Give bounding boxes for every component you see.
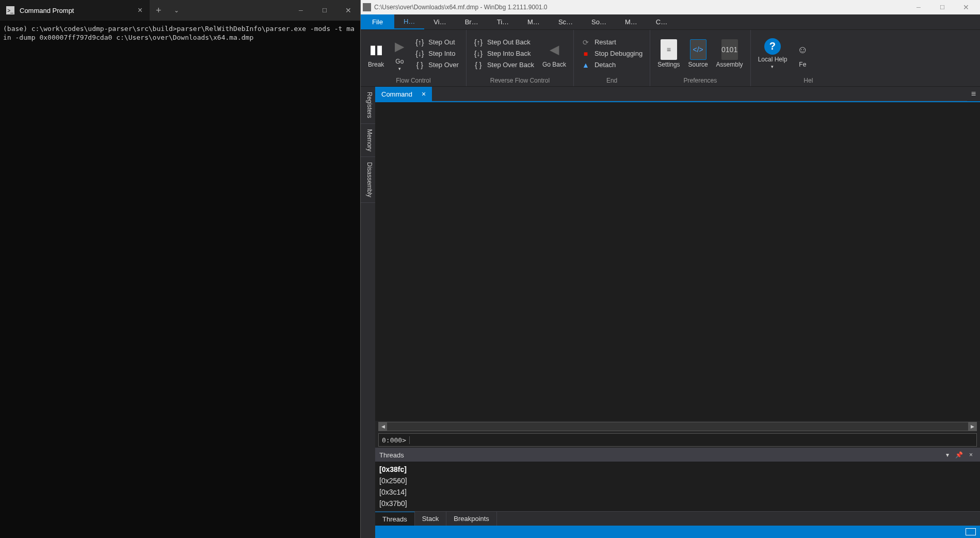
play-icon: ▶ xyxy=(395,36,404,57)
tab-timelines[interactable]: Ti… xyxy=(488,14,518,29)
dropdown-icon[interactable]: ▾ xyxy=(943,451,952,458)
ribbon-group-help: ? Local Help ▾ ☺ Fe Hel xyxy=(751,30,817,86)
close-icon[interactable]: × xyxy=(136,6,144,15)
source-button[interactable]: </> Source xyxy=(685,37,711,70)
go-back-button[interactable]: ◀ Go Back xyxy=(539,37,569,70)
side-tabs: Registers Memory Disassembly xyxy=(361,87,375,538)
tab-home[interactable]: H… xyxy=(394,14,424,29)
cmd-output[interactable]: (base) c:\work\codes\udmp-parser\src\bui… xyxy=(0,21,360,538)
step-into-icon: {↓} xyxy=(415,50,424,58)
tab-command[interactable]: C… xyxy=(647,14,677,29)
windbg-title: C:\Users\over\Downloads\x64.mf.dmp - Win… xyxy=(374,4,907,11)
command-input-row: 0:000> xyxy=(378,433,977,447)
command-input[interactable] xyxy=(410,434,976,446)
center-area: Command × ≡ ◀ ▶ 0:000> xyxy=(375,87,980,538)
scroll-left-icon[interactable]: ◀ xyxy=(379,422,387,431)
local-help-button[interactable]: ? Local Help ▾ xyxy=(755,36,791,71)
command-tab[interactable]: Command × xyxy=(375,87,432,101)
windbg-window: C:\Users\over\Downloads\x64.mf.dmp - Win… xyxy=(360,0,980,538)
tab-source[interactable]: So… xyxy=(582,14,616,29)
command-prompt-label: 0:000> xyxy=(379,436,410,444)
command-output[interactable] xyxy=(375,101,980,421)
feedback-icon: ☺ xyxy=(797,39,808,60)
ribbon-group-preferences: ≡ Settings </> Source 0101 Assembly Pref… xyxy=(650,30,750,86)
tab-file[interactable]: File xyxy=(361,14,394,29)
tab-breakpoints[interactable]: Br… xyxy=(456,14,488,29)
thread-item[interactable]: [0x37b0] xyxy=(379,498,976,509)
step-over-back-icon: { } xyxy=(474,61,483,69)
tab-model[interactable]: M… xyxy=(518,14,549,29)
step-out-back-button[interactable]: {↑}Step Out Back xyxy=(471,37,537,48)
status-indicator[interactable] xyxy=(966,528,976,535)
windbg-main: Registers Memory Disassembly Command × ≡… xyxy=(361,87,980,538)
tab-dropdown-button[interactable]: ⌄ xyxy=(168,7,185,14)
step-out-back-icon: {↑} xyxy=(474,38,483,46)
command-tabbar: Command × ≡ xyxy=(375,87,980,101)
chevron-down-icon: ▾ xyxy=(771,64,774,69)
minimize-button[interactable]: ─ xyxy=(907,0,930,14)
tab-stack[interactable]: Stack xyxy=(415,512,447,526)
close-button[interactable]: ✕ xyxy=(954,0,978,14)
scroll-right-icon[interactable]: ▶ xyxy=(968,422,976,431)
step-into-back-button[interactable]: {↓}Step Into Back xyxy=(471,49,537,59)
close-icon[interactable]: × xyxy=(422,90,426,98)
side-tab-memory[interactable]: Memory xyxy=(361,124,375,157)
ribbon-content: ▮▮ Break ▶ Go ▾ {↑}Step Out {↓}Step Into… xyxy=(361,30,980,87)
cmd-tab[interactable]: >_ Command Prompt × xyxy=(0,0,150,21)
assembly-icon: 0101 xyxy=(721,39,738,60)
side-tab-registers[interactable]: Registers xyxy=(361,87,375,124)
group-label: Reverse Flow Control xyxy=(471,75,569,86)
break-button[interactable]: ▮▮ Break xyxy=(365,37,387,70)
threads-header: Threads ▾ 📌 × xyxy=(375,448,980,462)
threads-panel: Threads ▾ 📌 × [0x38fc] [0x2560] [0x3c14]… xyxy=(375,448,980,526)
restart-button[interactable]: ⟳Restart xyxy=(578,37,646,48)
terminal-icon: >_ xyxy=(6,6,14,14)
panel-menu-button[interactable]: ≡ xyxy=(967,87,980,101)
assembly-button[interactable]: 0101 Assembly xyxy=(713,37,746,70)
step-into-back-icon: {↓} xyxy=(474,50,483,58)
tab-threads[interactable]: Threads xyxy=(375,512,415,526)
cmd-tab-title: Command Prompt xyxy=(20,7,131,14)
group-label: Preferences xyxy=(654,75,746,86)
close-icon[interactable]: × xyxy=(966,451,976,458)
tab-breakpoints[interactable]: Breakpoints xyxy=(446,512,497,526)
go-button[interactable]: ▶ Go ▾ xyxy=(389,34,410,73)
step-over-icon: { } xyxy=(415,61,424,69)
stop-debugging-button[interactable]: ■Stop Debugging xyxy=(578,49,646,59)
command-prompt-window: >_ Command Prompt × + ⌄ ─ ☐ ✕ (base) c:\… xyxy=(0,0,360,538)
detach-button[interactable]: ▲Detach xyxy=(578,60,646,70)
minimize-button[interactable]: ─ xyxy=(289,0,313,21)
threads-list: [0x38fc] [0x2560] [0x3c14] [0x37b0] xyxy=(375,462,980,511)
tab-scripting[interactable]: Sc… xyxy=(549,14,582,29)
cmd-titlebar: >_ Command Prompt × + ⌄ ─ ☐ ✕ xyxy=(0,0,360,21)
new-tab-button[interactable]: + xyxy=(150,5,168,16)
ribbon-group-reverse-flow: {↑}Step Out Back {↓}Step Into Back { }St… xyxy=(467,30,574,86)
thread-item[interactable]: [0x3c14] xyxy=(379,486,976,498)
help-icon: ? xyxy=(764,38,781,55)
group-label: End xyxy=(578,75,646,86)
ribbon-group-end: ⟳Restart ■Stop Debugging ▲Detach End xyxy=(574,30,650,86)
settings-button[interactable]: ≡ Settings xyxy=(654,37,683,70)
step-over-button[interactable]: { }Step Over xyxy=(412,60,462,70)
thread-item[interactable]: [0x38fc] xyxy=(379,464,976,475)
feedback-button[interactable]: ☺ Fe xyxy=(792,37,813,70)
bottom-tabs: Threads Stack Breakpoints xyxy=(375,511,980,526)
step-into-button[interactable]: {↓}Step Into xyxy=(412,49,462,59)
detach-icon: ▲ xyxy=(581,61,590,69)
step-out-button[interactable]: {↑}Step Out xyxy=(412,37,462,48)
maximize-button[interactable]: ☐ xyxy=(930,0,954,14)
play-reverse-icon: ◀ xyxy=(550,39,559,60)
settings-icon: ≡ xyxy=(661,39,677,60)
pin-icon[interactable]: 📌 xyxy=(952,451,966,458)
step-over-back-button[interactable]: { }Step Over Back xyxy=(471,60,537,70)
tab-memory[interactable]: M… xyxy=(616,14,647,29)
close-button[interactable]: ✕ xyxy=(336,0,360,21)
side-tab-disassembly[interactable]: Disassembly xyxy=(361,157,375,203)
tab-view[interactable]: Vi… xyxy=(424,14,455,29)
group-label: Hel xyxy=(755,75,813,86)
windbg-app-icon xyxy=(363,3,371,11)
ribbon-group-flow-control: ▮▮ Break ▶ Go ▾ {↑}Step Out {↓}Step Into… xyxy=(361,30,467,86)
thread-item[interactable]: [0x2560] xyxy=(379,475,976,486)
maximize-button[interactable]: ☐ xyxy=(313,0,336,21)
h-scrollbar[interactable]: ◀ ▶ xyxy=(378,422,977,431)
